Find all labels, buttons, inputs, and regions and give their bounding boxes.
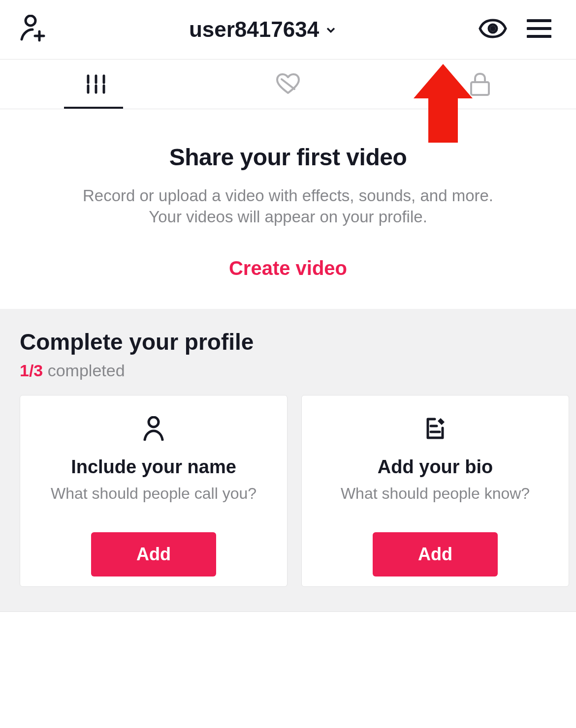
add-name-button[interactable]: Add xyxy=(91,532,216,576)
svg-rect-12 xyxy=(471,82,489,95)
complete-progress: 1/3 completed xyxy=(20,361,576,380)
svg-point-2 xyxy=(491,27,494,30)
tab-posts[interactable] xyxy=(0,74,192,94)
profile-cards-row[interactable]: Include your name What should people cal… xyxy=(20,395,576,587)
create-video-button[interactable]: Create video xyxy=(25,257,551,279)
empty-title: Share your first video xyxy=(25,144,551,171)
person-icon xyxy=(143,416,164,441)
progress-count: 1/3 xyxy=(20,361,43,380)
eye-icon[interactable] xyxy=(479,19,507,40)
active-tab-indicator xyxy=(64,107,123,109)
chevron-down-icon xyxy=(324,17,338,42)
add-friend-icon[interactable] xyxy=(20,15,48,44)
add-bio-button[interactable]: Add xyxy=(373,532,498,576)
username-label: user8417634 xyxy=(189,17,319,42)
complete-title: Complete your profile xyxy=(20,329,576,355)
progress-label: completed xyxy=(43,361,125,380)
card-title: Include your name xyxy=(71,456,236,478)
card-bio: Add your bio What should people know? Ad… xyxy=(301,395,569,587)
svg-point-0 xyxy=(26,16,35,26)
hamburger-menu-icon[interactable] xyxy=(527,19,551,40)
tab-liked[interactable] xyxy=(192,73,384,95)
card-subtitle: What should people know? xyxy=(341,485,530,503)
username-dropdown[interactable]: user8417634 xyxy=(189,17,338,42)
section-divider xyxy=(0,611,576,612)
card-title: Add your bio xyxy=(378,456,493,478)
svg-point-13 xyxy=(149,417,159,427)
complete-profile-section: Complete your profile 1/3 completed Incl… xyxy=(0,309,576,611)
card-subtitle: What should people call you? xyxy=(51,485,256,503)
edit-note-icon xyxy=(424,416,447,441)
empty-state: Share your first video Record or upload … xyxy=(0,109,576,309)
profile-header: user8417634 xyxy=(0,0,576,59)
tab-private[interactable] xyxy=(384,72,576,96)
empty-subtitle: Record or upload a video with effects, s… xyxy=(25,185,551,228)
card-name: Include your name What should people cal… xyxy=(20,395,288,587)
profile-tabs xyxy=(0,60,576,109)
